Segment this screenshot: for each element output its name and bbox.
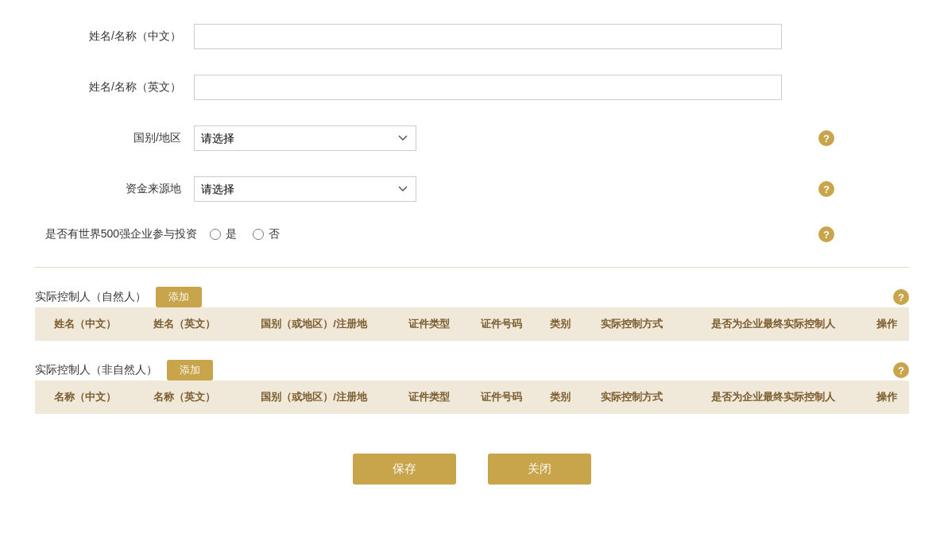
table1-col-name-en: 姓名（英文） (135, 307, 235, 341)
fund-source-help-icon[interactable]: ? (818, 181, 834, 197)
country-select[interactable]: 请选择 (194, 126, 416, 151)
table1-col-cert-no: 证件号码 (466, 307, 538, 341)
table2-col-category: 类别 (538, 380, 582, 414)
save-button[interactable]: 保存 (353, 454, 456, 485)
table1-col-category: 类别 (538, 307, 582, 341)
fund-source-label: 资金来源地 (35, 182, 194, 196)
section2-add-button[interactable]: 添加 (167, 360, 213, 380)
fortune500-yes-radio[interactable] (210, 229, 221, 240)
fortune500-radio-group: 是 否 (210, 227, 280, 241)
fortune500-no[interactable]: 否 (253, 227, 280, 241)
page-container: 姓名/名称（中文） 姓名/名称（英文） 国别/地区 请选择 ? 资金来源地 请选… (35, 24, 909, 485)
name-cn-label: 姓名/名称（中文） (35, 29, 194, 44)
table2-col-cert-type: 证件类型 (393, 380, 466, 414)
close-button[interactable]: 关闭 (488, 454, 591, 485)
divider-1 (35, 267, 909, 268)
section2-title: 实际控制人（非自然人） (35, 363, 157, 377)
section1-header: 实际控制人（自然人） 添加 ? (35, 287, 909, 307)
table2-col-name-en: 名称（英文） (135, 380, 235, 414)
fund-source-row: 资金来源地 请选择 ? (35, 176, 909, 214)
country-help-icon[interactable]: ? (818, 130, 834, 146)
fortune500-no-radio[interactable] (253, 229, 264, 240)
table2-col-country: 国别（或地区）/注册地 (234, 380, 393, 414)
fortune500-label: 是否有世界500强企业参与投资 (35, 227, 210, 241)
section2-help-icon[interactable]: ? (893, 362, 909, 378)
name-en-input[interactable] (194, 75, 782, 100)
name-en-row: 姓名/名称（英文） (35, 75, 909, 113)
table1-header-row: 姓名（中文） 姓名（英文） 国别（或地区）/注册地 证件类型 证件号码 类别 实… (35, 307, 909, 341)
name-cn-input[interactable] (194, 24, 782, 49)
table1-col-is-final: 是否为企业最终实际控制人 (682, 307, 865, 341)
fortune500-yes[interactable]: 是 (210, 227, 237, 241)
table2-header-row: 名称（中文） 名称（英文） 国别（或地区）/注册地 证件类型 证件号码 类别 实… (35, 380, 909, 414)
fortune500-help-icon[interactable]: ? (818, 226, 834, 242)
section1-title: 实际控制人（自然人） (35, 290, 146, 304)
table1-col-operation: 操作 (865, 307, 909, 341)
section1-help-icon[interactable]: ? (893, 289, 909, 305)
country-row: 国别/地区 请选择 ? (35, 126, 909, 164)
table1-col-cert-type: 证件类型 (393, 307, 466, 341)
table1-col-country: 国别（或地区）/注册地 (234, 307, 393, 341)
country-label: 国别/地区 (35, 131, 194, 145)
name-cn-row: 姓名/名称（中文） (35, 24, 909, 62)
table2-col-name-cn: 名称（中文） (35, 380, 135, 414)
section2-header: 实际控制人（非自然人） 添加 ? (35, 360, 909, 380)
table1-col-name-cn: 姓名（中文） (35, 307, 135, 341)
table2-col-control-method: 实际控制方式 (582, 380, 683, 414)
table2-col-is-final: 是否为企业最终实际控制人 (682, 380, 865, 414)
table1: 姓名（中文） 姓名（英文） 国别（或地区）/注册地 证件类型 证件号码 类别 实… (35, 307, 909, 341)
table2-col-cert-no: 证件号码 (466, 380, 538, 414)
table1-col-control-method: 实际控制方式 (582, 307, 683, 341)
fortune500-row: 是否有世界500强企业参与投资 是 否 ? (35, 227, 909, 254)
table2: 名称（中文） 名称（英文） 国别（或地区）/注册地 证件类型 证件号码 类别 实… (35, 380, 909, 414)
table2-col-operation: 操作 (865, 380, 909, 414)
name-en-label: 姓名/名称（英文） (35, 80, 194, 95)
fund-source-select[interactable]: 请选择 (194, 176, 416, 202)
section1-add-button[interactable]: 添加 (156, 287, 202, 307)
bottom-actions: 保存 关闭 (35, 454, 909, 485)
